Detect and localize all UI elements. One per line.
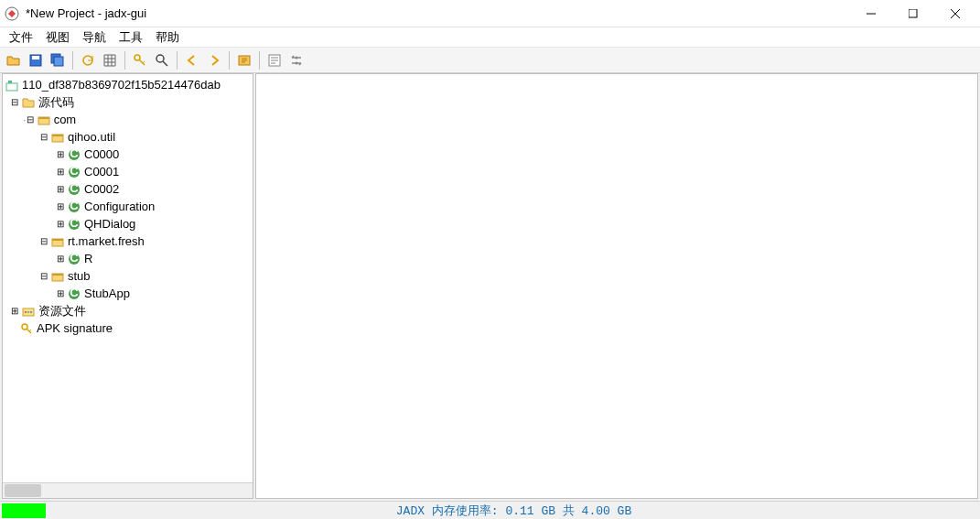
- tree-qihoo-label: qihoo.util: [68, 130, 115, 144]
- grid-icon[interactable]: [100, 50, 120, 70]
- save-icon[interactable]: [26, 50, 46, 70]
- tree-qihoo[interactable]: ⊟ qihoo.util: [3, 128, 253, 146]
- tree-configuration-label: Configuration: [84, 200, 155, 213]
- collapse-icon[interactable]: ⊟: [10, 98, 19, 107]
- deobfuscate-icon[interactable]: [234, 50, 254, 70]
- tree-resources[interactable]: ⊞ 资源文件: [3, 302, 253, 319]
- tree-stubapp-label: StubApp: [84, 287, 130, 300]
- tree-stub[interactable]: ⊟ stub: [3, 267, 253, 285]
- tree-content[interactable]: 110_df387b8369702f15b5214476dab ⊟ 源代码 · …: [3, 74, 253, 482]
- svg-text:C: C: [70, 200, 79, 212]
- minimize-button[interactable]: [850, 0, 892, 27]
- tree-rtmarket[interactable]: ⊟ rt.market.fresh: [3, 232, 253, 250]
- svg-rect-35: [52, 239, 63, 241]
- tree-r-label: R: [84, 252, 92, 265]
- expand-icon[interactable]: ⊞: [56, 289, 65, 298]
- window-title: *New Project - jadx-gui: [26, 6, 850, 20]
- save-all-icon[interactable]: [48, 50, 68, 70]
- expand-icon[interactable]: ⊞: [10, 307, 19, 316]
- svg-text:C: C: [70, 253, 79, 265]
- tree-qhdialog-label: QHDialog: [84, 217, 135, 231]
- class-icon: C: [67, 165, 81, 179]
- tree-rtmarket-label: rt.market.fresh: [68, 234, 145, 248]
- key-icon[interactable]: [130, 50, 150, 70]
- svg-rect-21: [38, 117, 49, 119]
- class-icon: C: [67, 200, 81, 214]
- tree-root[interactable]: 110_df387b8369702f15b5214476dab: [3, 76, 253, 93]
- title-bar: *New Project - jadx-gui: [0, 0, 980, 27]
- expand-icon[interactable]: ⊞: [56, 202, 65, 211]
- content-panel: [255, 73, 978, 499]
- maximize-button[interactable]: [892, 0, 934, 27]
- folder-icon: [21, 95, 36, 110]
- menu-tools[interactable]: 工具: [113, 27, 148, 48]
- tree-c0000[interactable]: ⊞ C C0000: [3, 146, 253, 163]
- collapse-icon[interactable]: ⊟: [39, 133, 48, 142]
- menu-view[interactable]: 视图: [40, 27, 75, 48]
- toolbar: [0, 48, 980, 73]
- menu-file[interactable]: 文件: [4, 27, 38, 48]
- menu-nav[interactable]: 导航: [77, 27, 112, 48]
- sync-icon[interactable]: [78, 50, 98, 70]
- expand-icon[interactable]: ⊞: [56, 220, 65, 229]
- signature-icon: [19, 321, 34, 336]
- expand-icon[interactable]: ⊞: [56, 254, 65, 264]
- svg-rect-8: [54, 57, 63, 66]
- tree-r[interactable]: ⊞ C R: [3, 250, 253, 267]
- tree-apksig-label: APK signature: [37, 321, 113, 335]
- tree-c0001-label: C0001: [84, 165, 119, 178]
- menu-bar: 文件 视图 导航 工具 帮助: [0, 27, 980, 48]
- svg-line-47: [27, 329, 31, 333]
- open-folder-icon[interactable]: [4, 50, 24, 70]
- svg-rect-19: [8, 81, 12, 83]
- collapse-icon[interactable]: ⊟: [39, 272, 48, 281]
- class-icon: C: [67, 182, 81, 197]
- forward-arrow-icon[interactable]: [204, 50, 224, 70]
- tree-stubapp[interactable]: ⊞ C StubApp: [3, 285, 253, 302]
- svg-line-11: [143, 61, 145, 63]
- scrollbar-thumb[interactable]: [5, 484, 41, 497]
- tree-apksig[interactable]: APK signature: [3, 319, 253, 337]
- class-icon: C: [67, 287, 81, 301]
- package-icon: [37, 113, 51, 127]
- log-icon[interactable]: [264, 50, 285, 70]
- svg-rect-2: [909, 9, 917, 17]
- horizontal-scrollbar[interactable]: [3, 482, 253, 498]
- collapse-icon[interactable]: ⊟: [26, 115, 35, 124]
- svg-line-13: [163, 61, 167, 66]
- menu-help[interactable]: 帮助: [150, 27, 185, 48]
- svg-text:C: C: [70, 183, 79, 195]
- tree-c0000-label: C0000: [84, 147, 119, 161]
- expand-icon[interactable]: ⊞: [56, 185, 65, 194]
- tree-root-label: 110_df387b8369702f15b5214476dab: [22, 78, 221, 92]
- memory-usage-bar: [2, 503, 46, 518]
- tree-configuration[interactable]: ⊞ C Configuration: [3, 198, 253, 215]
- tree-com-label: com: [54, 113, 77, 126]
- back-arrow-icon[interactable]: [182, 50, 202, 70]
- package-icon: [50, 269, 65, 284]
- tree-source-label: 源代码: [38, 94, 74, 111]
- expand-icon[interactable]: ⊞: [56, 150, 65, 159]
- svg-rect-39: [52, 274, 63, 276]
- class-icon: C: [67, 252, 81, 266]
- project-icon: [5, 78, 19, 92]
- svg-text:C: C: [70, 287, 79, 299]
- tree-c0001[interactable]: ⊞ C C0001: [3, 163, 253, 180]
- expand-icon[interactable]: ⊞: [56, 168, 65, 177]
- collapse-icon[interactable]: ⊟: [39, 237, 48, 246]
- settings-icon[interactable]: [286, 50, 307, 70]
- memory-usage-text: JADX 内存使用率: 0.11 GB 共 4.00 GB: [48, 503, 980, 519]
- tree-c0002[interactable]: ⊞ C C0002: [3, 180, 253, 198]
- search-icon[interactable]: [152, 50, 172, 70]
- tree-source[interactable]: ⊟ 源代码: [3, 93, 253, 111]
- resources-icon: [21, 304, 36, 319]
- svg-rect-6: [32, 56, 39, 59]
- tree-qhdialog[interactable]: ⊞ C QHDialog: [3, 215, 253, 232]
- svg-text:C: C: [70, 166, 79, 178]
- tree-com[interactable]: · ⊟ com: [3, 111, 253, 128]
- status-bar: JADX 内存使用率: 0.11 GB 共 4.00 GB: [0, 501, 980, 519]
- close-button[interactable]: [934, 0, 976, 27]
- tree-stub-label: stub: [68, 269, 91, 283]
- class-icon: C: [67, 217, 81, 232]
- class-icon: C: [67, 147, 81, 162]
